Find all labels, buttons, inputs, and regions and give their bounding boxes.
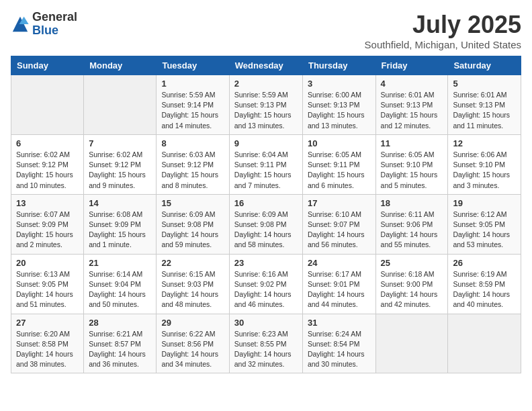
day-detail: Sunrise: 6:12 AM Sunset: 9:05 PM Dayligh…: [453, 210, 516, 250]
day-detail: Sunrise: 6:19 AM Sunset: 8:59 PM Dayligh…: [453, 269, 516, 310]
location-title: Southfield, Michigan, United States: [365, 39, 521, 50]
table-row: 14Sunrise: 6:08 AM Sunset: 9:09 PM Dayli…: [84, 194, 157, 254]
day-detail: Sunrise: 6:11 AM Sunset: 9:06 PM Dayligh…: [381, 210, 443, 250]
calendar-week-row: 1Sunrise: 5:59 AM Sunset: 9:14 PM Daylig…: [11, 75, 521, 135]
table-row: 27Sunrise: 6:20 AM Sunset: 8:58 PM Dayli…: [11, 314, 84, 373]
day-detail: Sunrise: 6:24 AM Sunset: 8:54 PM Dayligh…: [308, 329, 371, 370]
day-detail: Sunrise: 6:02 AM Sunset: 9:12 PM Dayligh…: [89, 150, 151, 191]
logo-general: General: [32, 11, 77, 24]
logo-text: General Blue: [32, 11, 77, 38]
calendar-header-row: Sunday Monday Tuesday Wednesday Thursday…: [11, 56, 521, 75]
col-saturday: Saturday: [448, 56, 521, 75]
calendar-week-row: 13Sunrise: 6:07 AM Sunset: 9:09 PM Dayli…: [11, 194, 521, 254]
day-number: 15: [161, 198, 224, 208]
table-row: 10Sunrise: 6:05 AM Sunset: 9:11 PM Dayli…: [302, 134, 375, 194]
col-tuesday: Tuesday: [157, 56, 229, 75]
col-friday: Friday: [375, 56, 448, 75]
day-number: 8: [161, 138, 224, 148]
day-detail: Sunrise: 6:01 AM Sunset: 9:13 PM Dayligh…: [381, 90, 443, 131]
day-detail: Sunrise: 6:07 AM Sunset: 9:09 PM Dayligh…: [16, 210, 79, 250]
day-detail: Sunrise: 6:18 AM Sunset: 9:00 PM Dayligh…: [381, 269, 443, 310]
day-detail: Sunrise: 6:15 AM Sunset: 9:03 PM Dayligh…: [161, 269, 224, 310]
month-title: July 2025: [365, 11, 521, 39]
table-row: 5Sunrise: 6:01 AM Sunset: 9:13 PM Daylig…: [448, 75, 521, 135]
day-detail: Sunrise: 6:05 AM Sunset: 9:10 PM Dayligh…: [381, 150, 443, 191]
day-detail: Sunrise: 6:16 AM Sunset: 9:02 PM Dayligh…: [234, 269, 298, 310]
day-number: 4: [381, 79, 443, 89]
day-detail: Sunrise: 6:01 AM Sunset: 9:13 PM Dayligh…: [453, 90, 516, 131]
day-number: 2: [234, 79, 298, 89]
day-number: 7: [89, 138, 151, 148]
day-detail: Sunrise: 6:06 AM Sunset: 9:10 PM Dayligh…: [453, 150, 516, 191]
day-number: 20: [16, 258, 79, 268]
table-row: 29Sunrise: 6:22 AM Sunset: 8:56 PM Dayli…: [157, 314, 229, 373]
day-number: 23: [234, 258, 298, 268]
page-header: General Blue July 2025 Southfield, Michi…: [11, 11, 521, 50]
table-row: 16Sunrise: 6:09 AM Sunset: 9:08 PM Dayli…: [229, 194, 302, 254]
day-detail: Sunrise: 6:02 AM Sunset: 9:12 PM Dayligh…: [16, 150, 79, 191]
day-number: 13: [16, 198, 79, 208]
day-detail: Sunrise: 6:13 AM Sunset: 9:05 PM Dayligh…: [16, 269, 79, 310]
day-detail: Sunrise: 6:10 AM Sunset: 9:07 PM Dayligh…: [308, 210, 371, 250]
table-row: 2Sunrise: 5:59 AM Sunset: 9:13 PM Daylig…: [229, 75, 302, 135]
table-row: 7Sunrise: 6:02 AM Sunset: 9:12 PM Daylig…: [84, 134, 157, 194]
day-detail: Sunrise: 6:04 AM Sunset: 9:11 PM Dayligh…: [234, 150, 298, 191]
table-row: 23Sunrise: 6:16 AM Sunset: 9:02 PM Dayli…: [229, 254, 302, 314]
col-sunday: Sunday: [11, 56, 84, 75]
logo-icon: [11, 15, 30, 34]
day-number: 21: [89, 258, 151, 268]
table-row: 19Sunrise: 6:12 AM Sunset: 9:05 PM Dayli…: [448, 194, 521, 254]
day-detail: Sunrise: 6:23 AM Sunset: 8:55 PM Dayligh…: [234, 329, 298, 370]
day-number: 18: [381, 198, 443, 208]
day-number: 26: [453, 258, 516, 268]
day-number: 22: [161, 258, 224, 268]
table-row: 12Sunrise: 6:06 AM Sunset: 9:10 PM Dayli…: [448, 134, 521, 194]
day-number: 5: [453, 79, 516, 89]
day-number: 16: [234, 198, 298, 208]
table-row: 18Sunrise: 6:11 AM Sunset: 9:06 PM Dayli…: [375, 194, 448, 254]
day-detail: Sunrise: 5:59 AM Sunset: 9:14 PM Dayligh…: [161, 90, 224, 131]
day-detail: Sunrise: 6:09 AM Sunset: 9:08 PM Dayligh…: [234, 210, 298, 250]
day-number: 10: [308, 138, 371, 148]
table-row: 8Sunrise: 6:03 AM Sunset: 9:12 PM Daylig…: [157, 134, 229, 194]
calendar-week-row: 27Sunrise: 6:20 AM Sunset: 8:58 PM Dayli…: [11, 314, 521, 373]
day-detail: Sunrise: 5:59 AM Sunset: 9:13 PM Dayligh…: [234, 90, 298, 131]
table-row: 4Sunrise: 6:01 AM Sunset: 9:13 PM Daylig…: [375, 75, 448, 135]
day-number: 3: [308, 79, 371, 89]
table-row: 25Sunrise: 6:18 AM Sunset: 9:00 PM Dayli…: [375, 254, 448, 314]
calendar-table: Sunday Monday Tuesday Wednesday Thursday…: [11, 56, 521, 373]
day-number: 1: [161, 79, 224, 89]
day-number: 11: [381, 138, 443, 148]
title-block: July 2025 Southfield, Michigan, United S…: [365, 11, 521, 50]
table-row: 31Sunrise: 6:24 AM Sunset: 8:54 PM Dayli…: [302, 314, 375, 373]
table-row: 6Sunrise: 6:02 AM Sunset: 9:12 PM Daylig…: [11, 134, 84, 194]
day-number: 17: [308, 198, 371, 208]
day-number: 12: [453, 138, 516, 148]
logo-blue: Blue: [32, 24, 77, 38]
day-detail: Sunrise: 6:08 AM Sunset: 9:09 PM Dayligh…: [89, 210, 151, 250]
table-row: 22Sunrise: 6:15 AM Sunset: 9:03 PM Dayli…: [157, 254, 229, 314]
day-detail: Sunrise: 6:09 AM Sunset: 9:08 PM Dayligh…: [161, 210, 224, 250]
table-row: 24Sunrise: 6:17 AM Sunset: 9:01 PM Dayli…: [302, 254, 375, 314]
table-row: 3Sunrise: 6:00 AM Sunset: 9:13 PM Daylig…: [302, 75, 375, 135]
day-detail: Sunrise: 6:17 AM Sunset: 9:01 PM Dayligh…: [308, 269, 371, 310]
table-row: 17Sunrise: 6:10 AM Sunset: 9:07 PM Dayli…: [302, 194, 375, 254]
table-row: 9Sunrise: 6:04 AM Sunset: 9:11 PM Daylig…: [229, 134, 302, 194]
table-row: [11, 75, 84, 135]
table-row: 21Sunrise: 6:14 AM Sunset: 9:04 PM Dayli…: [84, 254, 157, 314]
day-number: 24: [308, 258, 371, 268]
table-row: [448, 314, 521, 373]
logo: General Blue: [11, 11, 77, 38]
day-number: 14: [89, 198, 151, 208]
col-monday: Monday: [84, 56, 157, 75]
day-detail: Sunrise: 6:00 AM Sunset: 9:13 PM Dayligh…: [308, 90, 371, 131]
table-row: 30Sunrise: 6:23 AM Sunset: 8:55 PM Dayli…: [229, 314, 302, 373]
table-row: 26Sunrise: 6:19 AM Sunset: 8:59 PM Dayli…: [448, 254, 521, 314]
day-number: 30: [234, 318, 298, 328]
day-detail: Sunrise: 6:22 AM Sunset: 8:56 PM Dayligh…: [161, 329, 224, 370]
day-number: 9: [234, 138, 298, 148]
day-detail: Sunrise: 6:21 AM Sunset: 8:57 PM Dayligh…: [89, 329, 151, 370]
day-detail: Sunrise: 6:03 AM Sunset: 9:12 PM Dayligh…: [161, 150, 224, 191]
table-row: 13Sunrise: 6:07 AM Sunset: 9:09 PM Dayli…: [11, 194, 84, 254]
table-row: 20Sunrise: 6:13 AM Sunset: 9:05 PM Dayli…: [11, 254, 84, 314]
